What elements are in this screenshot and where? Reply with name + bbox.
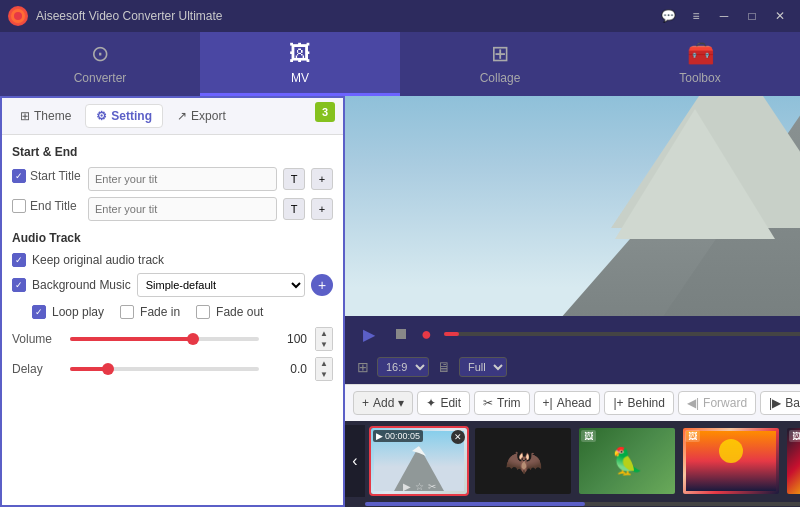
fade-out-label[interactable]: Fade out bbox=[196, 305, 263, 319]
film-prev-btn[interactable]: ‹ bbox=[345, 425, 365, 497]
add-dropdown-icon: ▾ bbox=[398, 396, 404, 410]
ahead-icon: +| bbox=[543, 396, 553, 410]
close-btn[interactable]: ✕ bbox=[768, 6, 792, 26]
start-title-checkbox[interactable]: ✓ bbox=[12, 169, 26, 183]
panel-content: Start & End ✓ Start Title T + End Title … bbox=[2, 135, 343, 505]
volume-thumb[interactable] bbox=[187, 333, 199, 345]
volume-slider[interactable] bbox=[70, 337, 259, 341]
volume-up-btn[interactable]: ▲ bbox=[316, 328, 332, 339]
chat-btn[interactable]: 💬 bbox=[656, 6, 680, 26]
tab-mv-label: MV bbox=[291, 71, 309, 85]
titlebar: Aiseesoft Video Converter Ultimate 💬 ≡ ─… bbox=[0, 0, 800, 32]
trim-button[interactable]: ✂ Trim bbox=[474, 391, 530, 415]
menu-btn[interactable]: ≡ bbox=[684, 6, 708, 26]
bg-music-label[interactable]: ✓ Background Music bbox=[12, 278, 131, 292]
ahead-button[interactable]: +| Ahead bbox=[534, 391, 601, 415]
scrollbar-thumb[interactable] bbox=[365, 502, 585, 506]
film-item-4[interactable]: 🖼 bbox=[681, 426, 781, 496]
music-select[interactable]: Simple-default bbox=[137, 273, 305, 297]
end-title-add-btn[interactable]: + bbox=[311, 198, 333, 220]
tab-converter[interactable]: ⊙ Converter bbox=[0, 32, 200, 96]
backward-button[interactable]: |▶ Backward bbox=[760, 391, 800, 415]
end-title-row: End Title T + bbox=[12, 197, 333, 221]
sub-tab-export[interactable]: ↗ Export bbox=[167, 105, 236, 127]
screen-icon: 🖥 bbox=[437, 359, 451, 375]
edit-icon: ✦ bbox=[426, 396, 436, 410]
film-close-1[interactable]: ✕ bbox=[451, 430, 465, 444]
sub-tab-setting-label: Setting bbox=[111, 109, 152, 123]
sub-tab-theme[interactable]: ⊞ Theme bbox=[10, 105, 81, 127]
keep-original-checkbox[interactable]: ✓ bbox=[12, 253, 26, 267]
volume-down-btn[interactable]: ▼ bbox=[316, 339, 332, 350]
film-item-3[interactable]: 🦜 🖼 bbox=[577, 426, 677, 496]
audio-track-title: Audio Track bbox=[12, 231, 333, 245]
svg-point-1 bbox=[14, 12, 22, 20]
stop-btn[interactable]: ⏹ bbox=[389, 322, 413, 346]
app-logo bbox=[8, 6, 28, 26]
start-title-label[interactable]: ✓ Start Title bbox=[12, 169, 82, 183]
end-title-text-btn[interactable]: T bbox=[283, 198, 305, 220]
start-title-add-btn[interactable]: + bbox=[311, 168, 333, 190]
scrollbar-track bbox=[365, 502, 800, 506]
view-mode-select[interactable]: Full bbox=[459, 357, 507, 377]
window-controls: 💬 ≡ ─ □ ✕ bbox=[656, 6, 792, 26]
tab-mv[interactable]: 🖼 MV bbox=[200, 32, 400, 96]
export-arrow-icon: ↗ bbox=[177, 109, 187, 123]
image-icon-5: 🖼 bbox=[792, 431, 800, 441]
maximize-btn[interactable]: □ bbox=[740, 6, 764, 26]
play-btn[interactable]: ▶ bbox=[357, 322, 381, 346]
image-icon-4: 🖼 bbox=[688, 431, 697, 441]
aspect-ratio-select[interactable]: 16:9 bbox=[377, 357, 429, 377]
minimize-btn[interactable]: ─ bbox=[712, 6, 736, 26]
delay-down-btn[interactable]: ▼ bbox=[316, 369, 332, 380]
delay-label: Delay bbox=[12, 362, 62, 376]
filmstrip-scrollbar[interactable] bbox=[345, 501, 800, 507]
film-item-5[interactable]: 🎬 🖼 bbox=[785, 426, 800, 496]
loop-play-label[interactable]: ✓ Loop play bbox=[32, 305, 104, 319]
end-title-checkbox[interactable] bbox=[12, 199, 26, 213]
svg-marker-6 bbox=[667, 138, 786, 189]
tab-toolbox[interactable]: 🧰 Toolbox bbox=[600, 32, 800, 96]
bg-music-checkbox[interactable]: ✓ bbox=[12, 278, 26, 292]
fade-in-checkbox[interactable] bbox=[120, 305, 134, 319]
badge-counter: 3 bbox=[315, 102, 335, 122]
film-star-icon-1[interactable]: ☆ bbox=[415, 481, 424, 492]
add-button[interactable]: + Add ▾ bbox=[353, 391, 413, 415]
collage-icon: ⊞ bbox=[491, 41, 509, 67]
keep-original-row[interactable]: ✓ Keep original audio track bbox=[12, 253, 333, 267]
progress-bar[interactable] bbox=[444, 332, 800, 336]
edit-button[interactable]: ✦ Edit bbox=[417, 391, 470, 415]
backward-icon: |▶ bbox=[769, 396, 781, 410]
end-title-input[interactable] bbox=[88, 197, 277, 221]
volume-value: 100 bbox=[267, 332, 307, 346]
delay-thumb[interactable] bbox=[102, 363, 114, 375]
film-item-2[interactable]: 🦇 bbox=[473, 426, 573, 496]
film-play-icon-1[interactable]: ▶ bbox=[403, 481, 411, 492]
volume-row: Volume 100 ▲ ▼ bbox=[12, 327, 333, 351]
volume-spinbox: ▲ ▼ bbox=[315, 327, 333, 351]
tab-toolbox-label: Toolbox bbox=[679, 71, 720, 85]
delay-row: Delay 0.0 ▲ ▼ bbox=[12, 357, 333, 381]
theme-grid-icon: ⊞ bbox=[20, 109, 30, 123]
film-item-1[interactable]: ▶ 00:00:05 ✕ ▶ ☆ ✂ bbox=[369, 426, 469, 496]
tab-collage[interactable]: ⊞ Collage bbox=[400, 32, 600, 96]
start-title-text-btn[interactable]: T bbox=[283, 168, 305, 190]
behind-button[interactable]: |+ Behind bbox=[604, 391, 674, 415]
add-music-btn[interactable]: + bbox=[311, 274, 333, 296]
sub-tab-theme-label: Theme bbox=[34, 109, 71, 123]
forward-button[interactable]: ◀| Forward bbox=[678, 391, 756, 415]
player-row2: ⊞ 16:9 🖥 Full Export bbox=[345, 352, 800, 384]
fade-in-label[interactable]: Fade in bbox=[120, 305, 180, 319]
film-cut-icon-1[interactable]: ✂ bbox=[428, 481, 436, 492]
delay-up-btn[interactable]: ▲ bbox=[316, 358, 332, 369]
start-title-input[interactable] bbox=[88, 167, 277, 191]
preview-content bbox=[345, 96, 800, 316]
delay-spinbox: ▲ ▼ bbox=[315, 357, 333, 381]
audio-options-row: ✓ Loop play Fade in Fade out bbox=[32, 305, 333, 319]
sub-tab-setting[interactable]: ⚙ Setting bbox=[85, 104, 163, 128]
end-title-label[interactable]: End Title bbox=[12, 199, 82, 213]
delay-slider[interactable] bbox=[70, 367, 259, 371]
fade-out-checkbox[interactable] bbox=[196, 305, 210, 319]
loop-play-checkbox[interactable]: ✓ bbox=[32, 305, 46, 319]
film-icon-4: 🖼 bbox=[685, 430, 700, 442]
